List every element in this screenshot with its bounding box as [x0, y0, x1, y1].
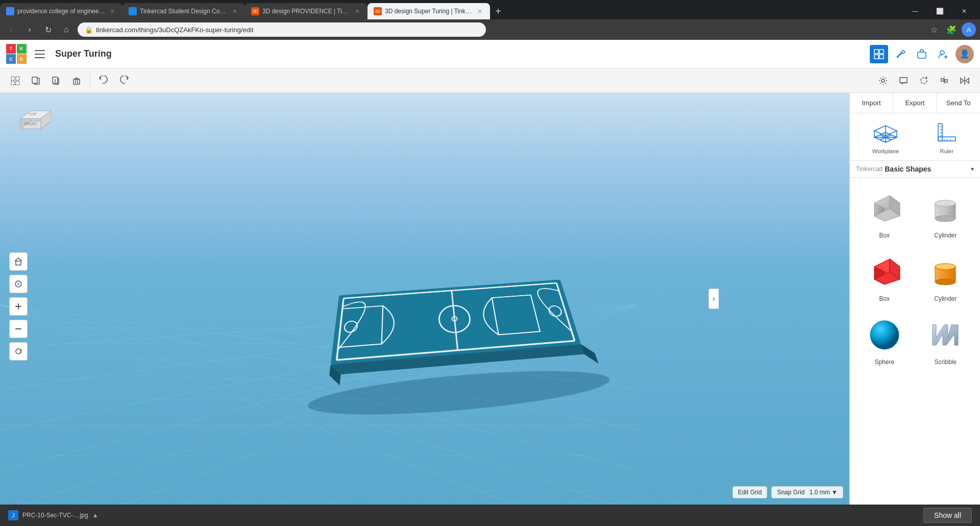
status-bar: J PRC-10-Sec-TVC-....jpg ▲ Show all	[0, 505, 980, 526]
tab-favicon-1	[6, 7, 14, 15]
address-text: tinkercad.com/things/3uDcQZAkFKo-super-t…	[96, 26, 254, 34]
show-all-button[interactable]: Show all	[923, 508, 972, 523]
rotate-button[interactable]	[915, 71, 933, 90]
lock-icon: 🔒	[85, 26, 93, 34]
tools-button[interactable]	[891, 45, 910, 63]
user-plus-button[interactable]	[934, 45, 952, 63]
svg-rect-1	[879, 50, 884, 54]
svg-rect-2	[874, 55, 878, 59]
browser-tab-2[interactable]: Tinkercad Student Design Conte... ×	[122, 3, 245, 19]
address-bar[interactable]: 🔒 tinkercad.com/things/3uDcQZAkFKo-super…	[78, 22, 486, 37]
browser-tab-1[interactable]: providence college of engineerin... ×	[0, 3, 122, 19]
light-button[interactable]	[874, 71, 892, 90]
zoom-in-icon	[14, 302, 23, 311]
bookmark-button[interactable]: ☆	[927, 22, 941, 37]
tab-close-1[interactable]: ×	[108, 7, 116, 15]
profile-avatar[interactable]: 👤	[955, 45, 974, 63]
svg-line-27	[880, 83, 880, 83]
select-all-button[interactable]	[6, 71, 24, 90]
tinkercad-logo: T K C D	[6, 44, 27, 64]
snap-grid-control[interactable]: Snap Grid 1.0 mm ▼	[771, 486, 843, 498]
hamburger-line-2	[35, 54, 45, 55]
shape-cylinder-orange-label: Cylinder	[934, 295, 957, 302]
zoom-in-button[interactable]	[9, 297, 28, 316]
ruler-item[interactable]: Ruler	[934, 119, 960, 154]
copy-button[interactable]	[27, 71, 45, 90]
logo-tin: T	[6, 44, 16, 54]
file-icon: J	[8, 510, 18, 520]
shapes-dropdown-icon[interactable]: ▾	[971, 165, 974, 173]
zoom-out-button[interactable]	[9, 320, 28, 338]
shape-cylinder-gray[interactable]: Cylinder	[917, 184, 974, 243]
delete-icon	[71, 76, 82, 86]
zoom-out-icon	[14, 324, 23, 333]
navigation-cube[interactable]: TOP FRONT	[10, 103, 51, 144]
shape-box-gray[interactable]: Box	[856, 184, 913, 243]
home-button[interactable]: ⌂	[59, 22, 74, 37]
grid-view-button[interactable]	[870, 45, 888, 63]
rotate-view-button[interactable]	[9, 342, 28, 361]
shape-cylinder-orange[interactable]: Cylinder	[917, 247, 974, 306]
viewport-bottom-bar: Edit Grid Snap Grid 1.0 mm ▼	[732, 486, 843, 498]
fit-view-button[interactable]	[9, 275, 28, 293]
workplane-icon	[870, 119, 901, 145]
browser-tab-4[interactable]: 3D 3D design Super Turing | Tinkerc... ×	[368, 3, 490, 19]
forward-button[interactable]: ›	[22, 22, 37, 37]
edit-grid-button[interactable]: Edit Grid	[732, 486, 768, 498]
profile-button[interactable]: A	[962, 22, 976, 37]
new-tab-button[interactable]: +	[490, 3, 506, 19]
shape-scribble[interactable]: Scribble	[917, 310, 974, 370]
maximize-button[interactable]: ⬜	[928, 3, 951, 19]
import-button[interactable]: Import	[850, 93, 893, 113]
design-title: Super Turing	[55, 49, 112, 59]
browser-tab-3[interactable]: 3D 3D design PROVIDENCE | Tinker... ×	[245, 3, 368, 19]
comment-button[interactable]	[894, 71, 913, 90]
tab-title-2: Tinkercad Student Design Conte...	[140, 8, 228, 15]
shape-sphere-label: Sphere	[874, 358, 894, 366]
delete-button[interactable]	[67, 71, 86, 90]
logo-ker: K	[17, 44, 27, 54]
shape-sphere-blue[interactable]: Sphere	[856, 310, 913, 370]
main-toolbar	[0, 68, 980, 93]
tab-close-2[interactable]: ×	[231, 7, 239, 15]
minimize-button[interactable]: —	[903, 3, 927, 19]
align-icon	[939, 76, 949, 86]
briefcase-button[interactable]	[913, 45, 931, 63]
duplicate-button[interactable]	[47, 71, 65, 90]
copy-icon	[31, 76, 41, 86]
align-button[interactable]	[935, 71, 953, 90]
mirror-button[interactable]	[955, 71, 974, 90]
svg-line-24	[880, 78, 880, 78]
collapse-panel-button[interactable]: ›	[708, 289, 719, 309]
select-all-icon	[10, 76, 20, 86]
svg-rect-3	[879, 55, 884, 59]
refresh-button[interactable]: ↻	[41, 22, 55, 37]
shapes-category: Basic Shapes	[885, 165, 971, 173]
snap-grid-arrow: ▼	[831, 489, 838, 496]
mirror-icon	[960, 76, 970, 86]
export-button[interactable]: Export	[893, 93, 937, 113]
home-view-button[interactable]	[9, 252, 28, 271]
app-header: T K C D Super Turing	[0, 40, 980, 68]
close-button[interactable]: ✕	[952, 3, 976, 19]
grid-icon	[873, 49, 885, 60]
hamburger-line-3	[35, 57, 45, 58]
redo-button[interactable]	[115, 71, 133, 90]
hamburger-menu[interactable]	[33, 47, 47, 61]
back-button[interactable]: ‹	[4, 22, 18, 37]
light-icon	[878, 76, 888, 86]
home-icon	[14, 257, 23, 266]
extensions-button[interactable]: 🧩	[944, 22, 959, 37]
tab-close-4[interactable]: ×	[476, 7, 484, 15]
3d-viewport[interactable]: TOP FRONT	[0, 93, 849, 505]
hamburger-line-1	[35, 50, 45, 51]
workplane-item[interactable]: Workplane	[870, 119, 901, 154]
send-to-button[interactable]: Send To	[937, 93, 980, 113]
comment-icon	[898, 76, 909, 86]
svg-point-122	[870, 321, 899, 349]
undo-button[interactable]	[94, 71, 113, 90]
tab-close-3[interactable]: ×	[353, 7, 361, 15]
undo-icon	[99, 76, 109, 86]
shapes-header: Tinkercad Basic Shapes ▾	[850, 161, 980, 178]
shape-box-red[interactable]: Box	[856, 247, 913, 306]
